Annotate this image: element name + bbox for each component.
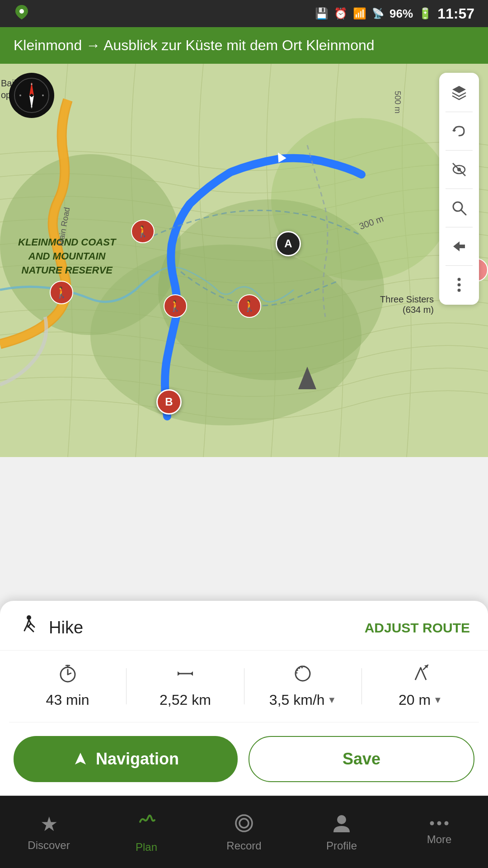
bottom-nav: ★ Discover Plan — [0, 796, 488, 868]
svg-point-40 — [236, 815, 252, 831]
status-time: 11:57 — [437, 5, 474, 22]
more-icon — [428, 819, 450, 830]
adjust-route-button[interactable]: ADJUST ROUTE — [365, 620, 470, 636]
app-logo — [14, 4, 30, 24]
elevation-icon — [411, 664, 430, 687]
hiker-marker-2[interactable]: 🚶 — [50, 281, 73, 304]
svg-point-12 — [31, 106, 33, 108]
hike-icon — [18, 614, 40, 641]
alarm-icon: ⏰ — [334, 7, 347, 20]
map-container[interactable]: KLEINMOND COAST AND MOUNTAIN NATURE RESE… — [0, 64, 488, 457]
svg-marker-33 — [190, 671, 193, 676]
action-buttons: Navigation Save — [0, 722, 488, 796]
waypoint-b[interactable]: B — [156, 389, 182, 415]
nav-label-discover: Discover — [28, 839, 70, 852]
nav-label-profile: Profile — [326, 840, 357, 852]
route-title: Kleinmond → Ausblick zur Küste mit dem O… — [14, 37, 375, 53]
hiker-marker-3[interactable]: 🚶 — [164, 294, 187, 318]
svg-point-43 — [430, 821, 434, 825]
svg-point-24 — [458, 289, 461, 292]
three-sisters-label: Three Sisters (634 m) — [380, 294, 434, 315]
hike-label: Hike — [49, 618, 83, 637]
svg-point-11 — [31, 83, 33, 85]
stat-distance-value: 2,52 km — [160, 692, 211, 708]
navigation-icon — [72, 751, 89, 767]
hiker-marker-1[interactable]: 🚶 — [131, 220, 155, 243]
stat-elevation-value-group[interactable]: 20 m ▼ — [399, 692, 442, 708]
svg-point-41 — [239, 819, 249, 828]
speed-dropdown-arrow: ▼ — [328, 695, 337, 705]
stat-duration: 43 min — [9, 664, 126, 708]
nav-item-profile[interactable]: Profile — [293, 808, 390, 857]
timer-icon — [58, 664, 77, 687]
nav-label-record: Record — [226, 840, 261, 852]
map-more-button[interactable] — [443, 269, 475, 301]
search-button[interactable] — [443, 192, 475, 224]
svg-marker-21 — [453, 241, 465, 251]
wifi-icon: 📶 — [353, 7, 366, 20]
svg-point-34 — [296, 666, 310, 681]
battery-label: 96% — [389, 7, 413, 21]
elevation-dropdown-arrow: ▼ — [433, 695, 442, 705]
svg-point-14 — [42, 94, 44, 96]
stat-speed-value: 3,5 km/h — [269, 692, 325, 708]
navigation-button[interactable]: Navigation — [14, 736, 238, 782]
svg-point-13 — [19, 94, 21, 96]
app-wrapper: 💾 ⏰ 📶 📡 96% 🔋 11:57 Kleinmond → Ausblick… — [0, 0, 488, 868]
compass[interactable] — [9, 73, 54, 118]
svg-point-22 — [458, 278, 461, 281]
svg-point-25 — [27, 615, 31, 620]
hike-header: Hike ADJUST ROUTE — [0, 601, 488, 651]
location-button[interactable] — [443, 230, 475, 263]
status-icons: 💾 ⏰ 📶 📡 96% 🔋 11:57 — [315, 5, 474, 22]
nav-item-more[interactable]: More — [390, 814, 488, 850]
map-toolbar — [439, 73, 479, 305]
svg-point-0 — [19, 9, 24, 14]
status-bar: 💾 ⏰ 📶 📡 96% 🔋 11:57 — [0, 0, 488, 27]
map-section: KLEINMOND COAST AND MOUNTAIN NATURE RESE… — [0, 64, 488, 868]
svg-point-45 — [445, 821, 449, 825]
svg-marker-39 — [75, 753, 86, 764]
svg-marker-32 — [178, 671, 180, 676]
record-icon — [233, 812, 255, 836]
svg-point-5 — [158, 199, 384, 380]
nav-item-discover[interactable]: ★ Discover — [0, 808, 98, 856]
battery-icon: 🔋 — [418, 7, 432, 20]
stat-elevation: 20 m ▼ — [362, 664, 479, 708]
stats-row: 43 min 2,52 km — [9, 651, 479, 722]
plan-icon — [136, 811, 157, 837]
speed-icon — [293, 664, 312, 687]
undo-button[interactable] — [443, 115, 475, 147]
navigation-button-label: Navigation — [96, 750, 179, 769]
distance-500m-label: 500 m — [393, 91, 402, 113]
storage-icon: 💾 — [315, 7, 328, 20]
stat-speed-value-group[interactable]: 3,5 km/h ▼ — [269, 692, 337, 708]
stat-duration-value: 43 min — [46, 692, 89, 708]
svg-line-20 — [461, 210, 466, 215]
layers-button[interactable] — [443, 76, 475, 109]
discover-icon: ★ — [40, 812, 58, 835]
nav-item-record[interactable]: Record — [195, 808, 293, 857]
hiker-marker-4[interactable]: 🚶 — [238, 294, 261, 318]
svg-point-23 — [458, 283, 461, 287]
svg-point-42 — [337, 815, 346, 824]
route-banner[interactable]: Kleinmond → Ausblick zur Küste mit dem O… — [0, 27, 488, 64]
waypoint-a[interactable]: A — [276, 231, 301, 256]
profile-icon — [331, 812, 352, 836]
svg-point-44 — [437, 821, 441, 825]
hike-type: Hike — [18, 614, 83, 641]
bottom-panel: Hike ADJUST ROUTE — [0, 601, 488, 868]
save-button[interactable]: Save — [249, 736, 474, 782]
stat-speed: 3,5 km/h ▼ — [244, 664, 361, 708]
stat-distance: 2,52 km — [127, 664, 244, 708]
signal-icon: 📡 — [372, 8, 384, 19]
nav-item-plan[interactable]: Plan — [98, 807, 195, 858]
nav-label-plan: Plan — [136, 841, 157, 854]
hide-button[interactable] — [443, 153, 475, 186]
nature-reserve-label: KLEINMOND COAST AND MOUNTAIN NATURE RESE… — [18, 236, 116, 277]
distance-icon — [176, 664, 195, 687]
stat-elevation-value: 20 m — [399, 692, 431, 708]
nav-label-more: More — [427, 833, 452, 846]
